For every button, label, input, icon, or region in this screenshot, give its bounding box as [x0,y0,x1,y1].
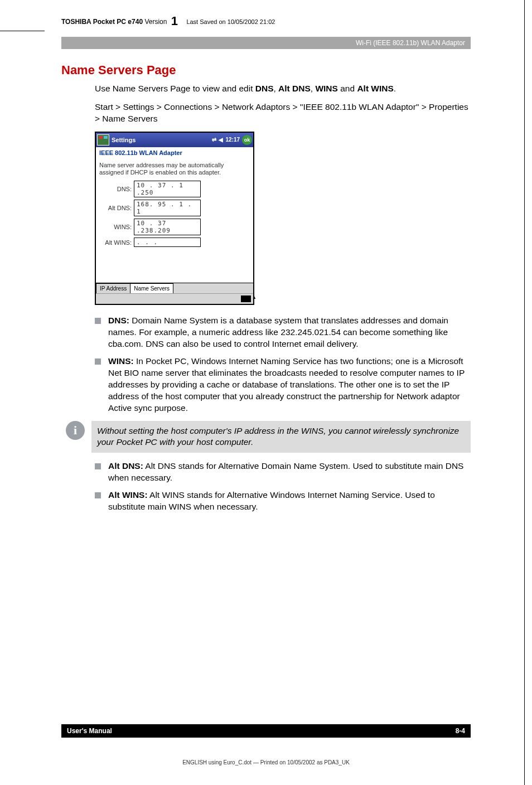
dns-input[interactable]: 10 . 37 . 1 .250 [134,181,201,197]
start-flag-icon[interactable] [97,134,109,146]
tab-name-servers[interactable]: Name Servers [130,283,173,293]
ss-tab-strip: IP Address Name Servers [96,283,253,293]
altdns-label: Alt DNS: [99,205,132,211]
info-icon: i [66,421,85,440]
note-text: Without setting the host computer's IP a… [91,421,471,453]
embedded-screenshot: Settings ⇄ ◀ 12:17 ok IEEE 802.11b WLAN … [95,132,254,305]
nav-path: Start > Settings > Connections > Network… [95,101,471,125]
intro-paragraph: Use Name Servers Page to view and edit D… [95,83,471,95]
bullet-list-2: Alt DNS: Alt DNS stands for Alternative … [95,461,471,513]
note-callout: i Without setting the host computer's IP… [61,421,471,453]
section-band: Wi-Fi (IEEE 802.11b) WLAN Adaptor [61,37,471,49]
product-name: TOSHIBA Pocket PC e740 [61,18,143,26]
ss-titlebar: Settings ⇄ ◀ 12:17 ok [96,133,253,147]
page-title: Name Servers Page [61,63,471,77]
altwins-label: Alt WINS: [99,239,132,246]
altdns-input[interactable]: 168. 95 . 1 . 1 [134,200,201,216]
footer-left: User's Manual [67,727,112,735]
ss-subtitle: IEEE 802.11b WLAN Adapter [96,147,253,158]
clock-time: 12:17 [225,137,240,143]
crop-mark [0,31,45,31]
wins-input[interactable]: 10 . 37 .238.209 [134,219,201,235]
saved-stamp: Last Saved on 10/05/2002 21:02 [186,18,275,25]
bullet-dns: DNS: Domain Name System is a database sy… [95,315,471,350]
version-num: 1 [171,14,178,28]
bullet-altwins: Alt WINS: Alt WINS stands for Alternativ… [95,490,471,513]
crop-mark [524,0,525,785]
keyboard-icon[interactable] [241,295,251,302]
ss-description: Name server addresses may be automatical… [99,162,250,176]
ss-sip-bar [96,293,253,304]
running-header: TOSHIBA Pocket PC e740 Version 1 Last Sa… [61,14,471,28]
version-label: Version [144,18,167,26]
dns-label: DNS: [99,186,132,192]
ss-app-title: Settings [112,137,212,143]
tab-ip-address[interactable]: IP Address [96,283,130,293]
print-stamp: ENGLISH using Euro_C.dot — Printed on 10… [0,759,532,765]
ss-body: Name server addresses may be automatical… [96,158,253,283]
bullet-wins: WINS: In Pocket PC, Windows Internet Nam… [95,356,471,414]
connection-icon[interactable]: ⇄ [212,137,216,143]
footer-right: 8-4 [456,727,465,735]
wins-label: WINS: [99,224,132,230]
altwins-input[interactable]: . . . [134,238,201,247]
bullet-altdns: Alt DNS: Alt DNS stands for Alternative … [95,461,471,484]
ok-button[interactable]: ok [242,135,252,145]
bullet-list-1: DNS: Domain Name System is a database sy… [95,315,471,414]
speaker-icon[interactable]: ◀ [219,137,223,143]
footer-band: User's Manual 8-4 [61,724,471,738]
